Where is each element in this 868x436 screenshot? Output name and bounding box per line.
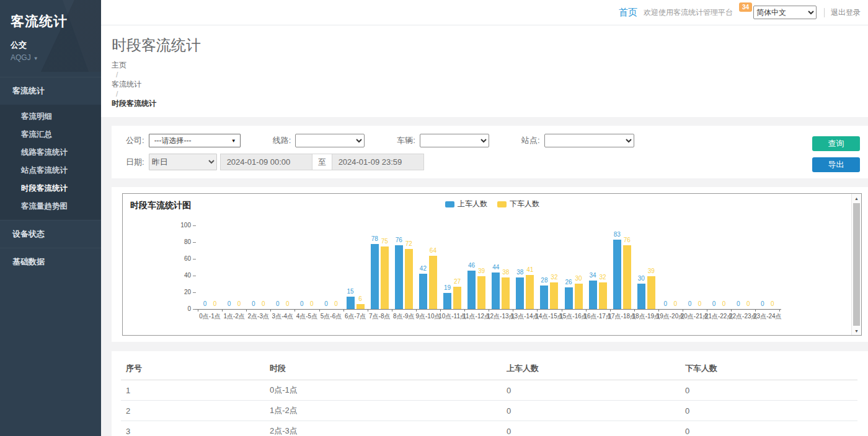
table-cell: 0 xyxy=(680,401,857,421)
table-cell: 3 xyxy=(121,421,265,436)
bar-alighting[interactable] xyxy=(550,282,558,309)
x-axis-tick xyxy=(586,309,587,312)
sidebar-subitem[interactable]: 客流量趋势图 xyxy=(0,198,101,216)
bar-boarding[interactable] xyxy=(516,277,524,309)
y-axis-tick xyxy=(193,242,196,243)
welcome-text: 欢迎使用客流统计管理平台 xyxy=(644,7,733,18)
line-select[interactable] xyxy=(295,134,365,147)
bar-alighting[interactable] xyxy=(647,276,655,309)
bar-boarding[interactable] xyxy=(492,272,500,309)
x-axis-tick xyxy=(464,309,465,312)
bar-alighting[interactable] xyxy=(526,275,534,309)
chart-widget: 时段车流统计图 上车人数下车人数 020406080100000点-1点001点… xyxy=(122,193,862,336)
x-axis-tick xyxy=(319,309,320,312)
bar-boarding[interactable] xyxy=(637,284,645,309)
y-axis-label: 0 xyxy=(172,305,191,312)
table-cell: 0 xyxy=(680,421,857,436)
y-axis-label: 20 xyxy=(172,289,191,295)
chart-scrollbar[interactable]: ▲ ▼ xyxy=(851,194,861,335)
bar-boarding[interactable] xyxy=(467,271,476,309)
bar-alighting[interactable] xyxy=(623,245,631,309)
table-cell: 2 xyxy=(121,401,265,421)
y-axis-label: 40 xyxy=(172,272,191,279)
table-cell: 0 xyxy=(502,380,680,401)
table-cell: 2点-3点 xyxy=(265,421,502,436)
bar-alighting[interactable] xyxy=(429,256,437,309)
bar-value-label: 39 xyxy=(642,268,660,274)
y-axis-label: 60 xyxy=(172,255,191,262)
legend-item[interactable]: 下车人数 xyxy=(497,199,539,209)
scrollbar-thumb[interactable] xyxy=(853,203,860,326)
table-row: 21点-2点00 xyxy=(121,401,857,421)
sidebar-subitem[interactable]: 时段客流统计 xyxy=(0,180,101,198)
breadcrumb-item[interactable]: 客流统计 xyxy=(112,80,141,89)
bar-alighting[interactable] xyxy=(599,282,607,309)
sidebar-logo-area: 客流统计 公交 AQGJ▼ xyxy=(0,0,101,72)
language-select[interactable]: 简体中文 xyxy=(753,6,817,19)
table-header-cell: 上车人数 xyxy=(502,357,680,380)
bar-boarding[interactable] xyxy=(613,240,621,309)
x-axis-tick xyxy=(513,309,513,312)
company-dropdown[interactable]: ---请选择--- ▼ xyxy=(149,134,241,147)
scroll-down-arrow-icon[interactable]: ▼ xyxy=(852,326,861,335)
sidebar-subitem[interactable]: 线路客流统计 xyxy=(0,144,101,162)
x-axis-tick xyxy=(779,309,780,312)
app-title: 客流统计 xyxy=(11,12,95,31)
bar-alighting[interactable] xyxy=(453,287,461,309)
date-end-input[interactable] xyxy=(332,154,424,170)
table-body: 10点-1点0021点-2点0032点-3点0043点-4点0054点-5点00… xyxy=(121,380,857,436)
bar-boarding[interactable] xyxy=(395,245,403,309)
filter-panel: 公司: ---请选择--- ▼ 线路: 车辆: 站点: 日期: xyxy=(112,126,868,178)
filter-row-1: 公司: ---请选择--- ▼ 线路: 车辆: 站点: xyxy=(126,134,860,147)
bar-boarding[interactable] xyxy=(371,244,379,309)
bar-boarding[interactable] xyxy=(443,293,451,309)
x-axis-tick xyxy=(489,309,489,312)
bar-alighting[interactable] xyxy=(502,277,510,309)
page-heading: 时段客流统计 主页/客流统计/时段客流统计 xyxy=(101,25,868,117)
bar-boarding[interactable] xyxy=(589,281,597,309)
export-button[interactable]: 导出 xyxy=(812,157,860,172)
sidebar-item-2[interactable]: 基础数据 xyxy=(0,248,101,276)
vehicle-select[interactable] xyxy=(420,134,489,147)
filter-row-2: 日期: 昨日 至 xyxy=(126,154,860,170)
sidebar-subitem[interactable]: 客流汇总 xyxy=(0,126,101,144)
user-menu[interactable]: AQGJ▼ xyxy=(11,53,95,62)
bar-alighting[interactable] xyxy=(381,246,389,309)
bar-boarding[interactable] xyxy=(565,287,573,309)
y-axis-tick xyxy=(193,292,196,293)
x-axis-tick xyxy=(562,309,562,312)
chart-plot: 020406080100000点-1点001点-2点002点-3点003点-4点… xyxy=(123,194,851,335)
bar-alighting[interactable] xyxy=(405,249,413,309)
sidebar-item-1[interactable]: 设备状态 xyxy=(0,220,101,248)
sidebar-item-0[interactable]: 客流统计 xyxy=(0,77,101,105)
logout-link[interactable]: 退出登录 xyxy=(831,7,861,18)
bar-value-label: 0 xyxy=(327,300,345,307)
table-cell: 1点-2点 xyxy=(265,401,502,421)
home-link[interactable]: 首页 xyxy=(619,7,637,19)
bar-alighting[interactable] xyxy=(477,276,485,309)
table-cell: 0 xyxy=(680,380,857,401)
bar-alighting[interactable] xyxy=(575,284,583,309)
x-axis-tick xyxy=(658,309,659,312)
bar-boarding[interactable] xyxy=(419,274,427,309)
bar-value-label: 32 xyxy=(593,274,612,281)
table-row: 10点-1点00 xyxy=(121,380,857,401)
station-select[interactable] xyxy=(544,134,634,147)
legend-item[interactable]: 上车人数 xyxy=(445,199,487,209)
date-range-separator: 至 xyxy=(312,154,332,170)
table-panel: 序号时段上车人数下车人数 10点-1点0021点-2点0032点-3点0043点… xyxy=(112,351,868,436)
date-preset-select[interactable]: 昨日 xyxy=(149,154,217,170)
bar-boarding[interactable] xyxy=(540,286,548,309)
breadcrumb-item: 时段客流统计 xyxy=(112,99,156,108)
divider xyxy=(824,8,825,17)
breadcrumb-item[interactable]: 主页 xyxy=(112,61,126,69)
query-button[interactable]: 查询 xyxy=(812,136,860,151)
sidebar-subitem[interactable]: 客流明细 xyxy=(0,108,101,126)
scroll-up-arrow-icon[interactable]: ▲ xyxy=(852,194,861,203)
date-start-input[interactable] xyxy=(220,154,312,170)
breadcrumb-separator: / xyxy=(116,71,864,79)
bar-alighting[interactable] xyxy=(356,304,365,309)
x-axis-tick xyxy=(634,309,635,312)
line-filter: 线路: xyxy=(273,134,365,147)
sidebar-subitem[interactable]: 站点客流统计 xyxy=(0,162,101,180)
